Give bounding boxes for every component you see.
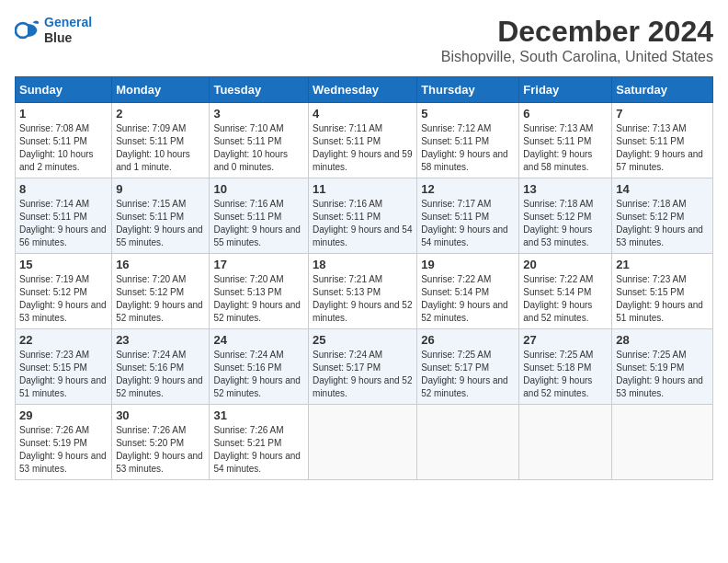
day-info: Sunrise: 7:20 AMSunset: 5:13 PMDaylight:… <box>213 273 304 325</box>
calendar-cell: 10 Sunrise: 7:16 AMSunset: 5:11 PMDaylig… <box>210 178 309 254</box>
day-info: Sunrise: 7:13 AMSunset: 5:11 PMDaylight:… <box>616 122 709 174</box>
day-number: 10 <box>213 182 304 196</box>
day-number: 18 <box>313 258 413 271</box>
day-info: Sunrise: 7:20 AMSunset: 5:12 PMDaylight:… <box>116 273 205 325</box>
day-number: 16 <box>116 258 205 271</box>
calendar-cell: 8 Sunrise: 7:14 AMSunset: 5:11 PMDayligh… <box>16 178 112 254</box>
calendar-cell: 22 Sunrise: 7:23 AMSunset: 5:15 PMDaylig… <box>16 329 112 405</box>
day-info: Sunrise: 7:09 AMSunset: 5:11 PMDaylight:… <box>116 122 205 174</box>
calendar-cell: 20 Sunrise: 7:22 AMSunset: 5:14 PMDaylig… <box>519 254 612 329</box>
day-info: Sunrise: 7:25 AMSunset: 5:19 PMDaylight:… <box>616 349 709 400</box>
calendar-cell: 31 Sunrise: 7:26 AMSunset: 5:21 PMDaylig… <box>210 405 309 480</box>
calendar-cell: 18 Sunrise: 7:21 AMSunset: 5:13 PMDaylig… <box>309 254 417 329</box>
day-info: Sunrise: 7:18 AMSunset: 5:12 PMDaylight:… <box>523 198 608 249</box>
calendar-week-row: 8 Sunrise: 7:14 AMSunset: 5:11 PMDayligh… <box>16 178 713 254</box>
calendar-week-row: 1 Sunrise: 7:08 AMSunset: 5:11 PMDayligh… <box>16 103 713 178</box>
calendar-cell: 24 Sunrise: 7:24 AMSunset: 5:16 PMDaylig… <box>210 329 309 405</box>
calendar-cell: 9 Sunrise: 7:15 AMSunset: 5:11 PMDayligh… <box>112 178 210 254</box>
calendar-cell: 14 Sunrise: 7:18 AMSunset: 5:12 PMDaylig… <box>612 178 713 254</box>
logo: General Blue <box>15 15 92 46</box>
calendar-cell: 2 Sunrise: 7:09 AMSunset: 5:11 PMDayligh… <box>112 103 210 178</box>
day-info: Sunrise: 7:08 AMSunset: 5:11 PMDaylight:… <box>19 122 108 174</box>
day-number: 25 <box>313 333 413 347</box>
day-info: Sunrise: 7:16 AMSunset: 5:11 PMDaylight:… <box>313 198 413 249</box>
day-number: 24 <box>213 333 304 347</box>
day-number: 19 <box>421 258 515 271</box>
day-info: Sunrise: 7:26 AMSunset: 5:20 PMDaylight:… <box>116 424 205 476</box>
calendar-week-row: 15 Sunrise: 7:19 AMSunset: 5:12 PMDaylig… <box>16 254 713 329</box>
weekday-header: Monday <box>112 77 210 103</box>
calendar-cell: 29 Sunrise: 7:26 AMSunset: 5:19 PMDaylig… <box>16 405 112 480</box>
day-info: Sunrise: 7:17 AMSunset: 5:11 PMDaylight:… <box>421 198 515 249</box>
weekday-header: Thursday <box>417 77 519 103</box>
calendar-cell: 3 Sunrise: 7:10 AMSunset: 5:11 PMDayligh… <box>210 103 309 178</box>
day-number: 20 <box>523 258 608 271</box>
day-number: 12 <box>421 182 515 196</box>
title-section: December 2024 Bishopville, South Carolin… <box>441 15 713 65</box>
calendar-cell: 12 Sunrise: 7:17 AMSunset: 5:11 PMDaylig… <box>417 178 519 254</box>
weekday-header: Saturday <box>612 77 713 103</box>
calendar-cell: 19 Sunrise: 7:22 AMSunset: 5:14 PMDaylig… <box>417 254 519 329</box>
day-number: 23 <box>116 333 205 347</box>
day-number: 9 <box>116 182 205 196</box>
day-info: Sunrise: 7:24 AMSunset: 5:16 PMDaylight:… <box>213 349 304 400</box>
day-info: Sunrise: 7:12 AMSunset: 5:11 PMDaylight:… <box>421 122 515 174</box>
calendar-cell <box>417 405 519 480</box>
day-info: Sunrise: 7:23 AMSunset: 5:15 PMDaylight:… <box>616 273 709 325</box>
day-info: Sunrise: 7:18 AMSunset: 5:12 PMDaylight:… <box>616 198 709 249</box>
day-info: Sunrise: 7:21 AMSunset: 5:13 PMDaylight:… <box>313 273 413 325</box>
day-info: Sunrise: 7:15 AMSunset: 5:11 PMDaylight:… <box>116 198 205 249</box>
calendar-cell: 5 Sunrise: 7:12 AMSunset: 5:11 PMDayligh… <box>417 103 519 178</box>
day-number: 3 <box>213 107 304 121</box>
calendar-cell: 11 Sunrise: 7:16 AMSunset: 5:11 PMDaylig… <box>309 178 417 254</box>
calendar-table: SundayMondayTuesdayWednesdayThursdayFrid… <box>15 76 713 480</box>
calendar-cell: 1 Sunrise: 7:08 AMSunset: 5:11 PMDayligh… <box>16 103 112 178</box>
day-number: 4 <box>313 107 413 121</box>
day-number: 30 <box>116 408 205 422</box>
weekday-header: Wednesday <box>309 77 417 103</box>
day-info: Sunrise: 7:26 AMSunset: 5:21 PMDaylight:… <box>213 424 304 476</box>
day-number: 15 <box>19 258 108 271</box>
day-number: 26 <box>421 333 515 347</box>
calendar-cell: 27 Sunrise: 7:25 AMSunset: 5:18 PMDaylig… <box>519 329 612 405</box>
day-number: 29 <box>19 408 108 422</box>
day-number: 2 <box>116 107 205 121</box>
day-info: Sunrise: 7:22 AMSunset: 5:14 PMDaylight:… <box>421 273 515 325</box>
day-number: 5 <box>421 107 515 121</box>
calendar-cell: 16 Sunrise: 7:20 AMSunset: 5:12 PMDaylig… <box>112 254 210 329</box>
logo-icon <box>15 17 40 43</box>
day-info: Sunrise: 7:23 AMSunset: 5:15 PMDaylight:… <box>19 349 108 400</box>
calendar-cell: 17 Sunrise: 7:20 AMSunset: 5:13 PMDaylig… <box>210 254 309 329</box>
calendar-cell <box>519 405 612 480</box>
calendar-cell: 15 Sunrise: 7:19 AMSunset: 5:12 PMDaylig… <box>16 254 112 329</box>
day-number: 11 <box>313 182 413 196</box>
calendar-cell: 28 Sunrise: 7:25 AMSunset: 5:19 PMDaylig… <box>612 329 713 405</box>
day-info: Sunrise: 7:10 AMSunset: 5:11 PMDaylight:… <box>213 122 304 174</box>
day-info: Sunrise: 7:25 AMSunset: 5:17 PMDaylight:… <box>421 349 515 400</box>
weekday-header: Friday <box>519 77 612 103</box>
day-number: 14 <box>616 182 709 196</box>
weekday-header-row: SundayMondayTuesdayWednesdayThursdayFrid… <box>16 77 713 103</box>
day-info: Sunrise: 7:11 AMSunset: 5:11 PMDaylight:… <box>313 122 413 174</box>
calendar-week-row: 29 Sunrise: 7:26 AMSunset: 5:19 PMDaylig… <box>16 405 713 480</box>
logo-text: General Blue <box>44 15 92 46</box>
location-title: Bishopville, South Carolina, United Stat… <box>441 49 713 65</box>
calendar-cell <box>309 405 417 480</box>
day-info: Sunrise: 7:22 AMSunset: 5:14 PMDaylight:… <box>523 273 608 325</box>
day-number: 17 <box>213 258 304 271</box>
day-info: Sunrise: 7:24 AMSunset: 5:17 PMDaylight:… <box>313 349 413 400</box>
day-info: Sunrise: 7:24 AMSunset: 5:16 PMDaylight:… <box>116 349 205 400</box>
day-info: Sunrise: 7:26 AMSunset: 5:19 PMDaylight:… <box>19 424 108 476</box>
month-title: December 2024 <box>441 15 713 49</box>
day-info: Sunrise: 7:16 AMSunset: 5:11 PMDaylight:… <box>213 198 304 249</box>
day-number: 31 <box>213 408 304 422</box>
calendar-cell: 6 Sunrise: 7:13 AMSunset: 5:11 PMDayligh… <box>519 103 612 178</box>
calendar-cell: 30 Sunrise: 7:26 AMSunset: 5:20 PMDaylig… <box>112 405 210 480</box>
day-info: Sunrise: 7:14 AMSunset: 5:11 PMDaylight:… <box>19 198 108 249</box>
calendar-cell: 7 Sunrise: 7:13 AMSunset: 5:11 PMDayligh… <box>612 103 713 178</box>
day-info: Sunrise: 7:25 AMSunset: 5:18 PMDaylight:… <box>523 349 608 400</box>
weekday-header: Sunday <box>16 77 112 103</box>
header: General Blue December 2024 Bishopville, … <box>15 15 713 65</box>
day-number: 28 <box>616 333 709 347</box>
calendar-cell: 23 Sunrise: 7:24 AMSunset: 5:16 PMDaylig… <box>112 329 210 405</box>
